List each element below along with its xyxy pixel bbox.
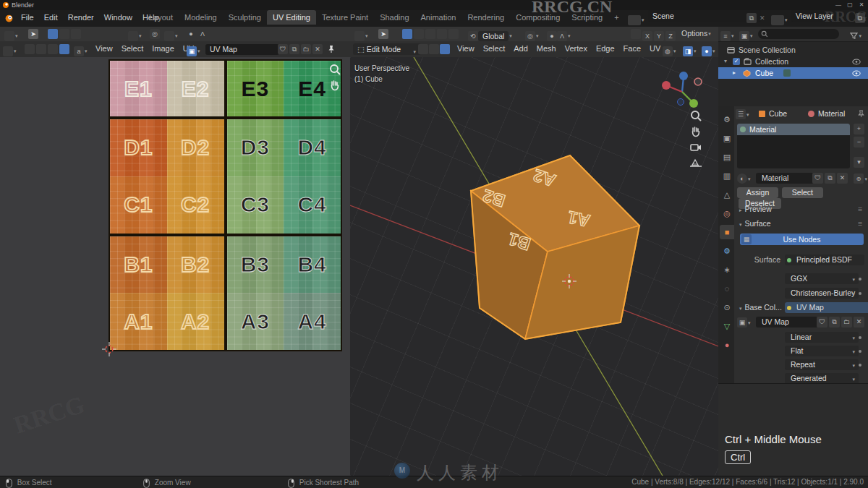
fake-user-shield-icon[interactable]: 🛡	[812, 173, 823, 184]
uv-island-3[interactable]: D3D4C3C4	[226, 118, 343, 235]
uv-image-unlink-icon[interactable]: ✕	[312, 44, 323, 54]
vp-cursor-tool-button[interactable]: ➤	[378, 29, 388, 39]
uv-sticky-dropdown[interactable]: a▾	[74, 44, 88, 57]
preview-panel-header[interactable]: ▸ Preview≡	[739, 205, 865, 214]
distribution-dropdown[interactable]: GGX▾	[785, 273, 859, 284]
workspace-tab-modeling[interactable]: Modeling	[179, 10, 223, 25]
material-slot-list[interactable]: Material	[737, 124, 850, 168]
uv-pan-hand-icon[interactable]	[328, 79, 341, 92]
outliner-row-cube[interactable]: ▸ Cube	[718, 67, 868, 79]
image-unlink-icon[interactable]: ✕	[854, 317, 864, 328]
subsurface-method-dropdown[interactable]: Christensen-Burley▾	[785, 288, 859, 299]
menu-edit[interactable]: Edit	[39, 10, 63, 25]
uv-image-open-folder-icon[interactable]: 🗀	[301, 44, 311, 54]
uv-cell-b1[interactable]: B1	[110, 236, 167, 294]
uv-island-0[interactable]: E1E2	[109, 59, 226, 118]
keyframe-dot[interactable]	[859, 336, 861, 339]
blender-logo-icon[interactable]	[4, 14, 14, 23]
base-color-label[interactable]: ▾ Base Col...	[739, 303, 782, 312]
surface-shader-button[interactable]: Principled BSDF	[785, 254, 864, 265]
extension-dropdown[interactable]: Repeat▾	[785, 359, 859, 370]
vp-menu-add[interactable]: Add	[509, 42, 532, 55]
uv-cell-b2[interactable]: B2	[167, 236, 224, 294]
scene-icon[interactable]: ▾	[628, 13, 645, 26]
vp-select-lasso-icon[interactable]	[425, 29, 435, 39]
properties-tab-object[interactable]: ■	[720, 225, 734, 239]
uv-cell-a1[interactable]: A1	[110, 293, 167, 350]
properties-tab-constraints[interactable]: ⊙	[720, 300, 734, 314]
vp-mirror-icon[interactable]	[631, 29, 641, 39]
vp-options-dropdown[interactable]: Options▾	[681, 29, 712, 38]
workspace-tab-layout[interactable]: Layout	[143, 10, 179, 25]
uv-select-box-icon[interactable]	[48, 29, 58, 39]
uv-cell-d3[interactable]: D3	[227, 119, 284, 176]
uv-island-4[interactable]: B1B2A1A2	[109, 235, 226, 352]
scene-selector[interactable]: Scene	[648, 10, 761, 22]
gizmo-z-neg-axis[interactable]	[678, 99, 684, 106]
vp-mode-dropdown[interactable]: ⬚ Edit Mode▾	[353, 43, 421, 55]
menu-window[interactable]: Window	[99, 10, 137, 25]
keyframe-dot[interactable]	[859, 364, 861, 367]
node-tree-dropdown[interactable]: 🜨▾	[854, 173, 868, 184]
vp-orientation-dropdown[interactable]: ⟲Global▾	[468, 29, 513, 42]
workspace-tab-uv-editing[interactable]: UV Editing	[267, 10, 316, 25]
mirror-x-toggle[interactable]: X	[642, 31, 652, 41]
vp-shading-dropdown[interactable]: ●▾	[702, 44, 716, 57]
uv-island-1[interactable]: E3E4	[226, 59, 343, 118]
uv-active-tool-icon[interactable]: ▾	[4, 29, 19, 42]
uv-island-5[interactable]: B3B4A3A4	[226, 235, 343, 352]
workspace-tab-shading[interactable]: Shading	[374, 10, 414, 25]
vp-menu-mesh[interactable]: Mesh	[532, 42, 561, 55]
uv-proportional-falloff-icon[interactable]: Λ	[197, 29, 208, 39]
mirror-z-toggle[interactable]: Z	[665, 31, 676, 41]
uv-snap-dropdown[interactable]: ▾	[164, 29, 179, 42]
view-layer-icon[interactable]: ▾	[771, 13, 788, 26]
nav-gizmo[interactable]	[659, 66, 705, 112]
image-name-field[interactable]: UV Map	[756, 317, 818, 328]
uv-cell-a2[interactable]: A2	[167, 293, 224, 350]
assign-button[interactable]: Assign	[737, 187, 778, 198]
menu-file[interactable]: File	[16, 10, 39, 25]
gizmo-y-axis[interactable]	[689, 99, 698, 108]
workspace-tab-texture-paint[interactable]: Texture Paint	[316, 10, 374, 25]
menu-render[interactable]: Render	[63, 10, 99, 25]
unlink-scene-icon[interactable]: ✕	[760, 14, 765, 22]
uv-select-lasso-icon[interactable]	[71, 29, 81, 39]
remove-slot-button[interactable]: −	[854, 137, 864, 147]
vp-edge-mode-icon[interactable]	[429, 44, 439, 54]
use-nodes-button[interactable]: ▦ Use Nodes	[740, 234, 864, 245]
close-button[interactable]: ✕	[856, 1, 867, 9]
uv-snap-icon[interactable]: ◎	[150, 29, 160, 39]
maximize-button[interactable]: ▢	[845, 1, 855, 9]
collection-checkbox[interactable]: ✓	[733, 58, 740, 65]
base-color-texture-chip[interactable]: UV Map	[785, 302, 868, 313]
gizmo-x-neg-axis[interactable]	[694, 78, 702, 85]
uv-island-2[interactable]: D1D2C1C2	[109, 118, 226, 235]
vp-menu-view[interactable]: View	[453, 42, 479, 55]
uv-select-mode-vertex-icon[interactable]	[25, 44, 35, 54]
uv-select-mode-edge-icon[interactable]	[36, 44, 46, 54]
vp-face-mode-icon[interactable]	[440, 44, 450, 54]
keyframe-dot[interactable]	[859, 350, 861, 353]
view-layer-selector[interactable]: View Layer	[791, 10, 858, 22]
image-folder-icon[interactable]: 🗀	[841, 317, 852, 328]
vp-measure-icon[interactable]	[448, 29, 459, 39]
vp-zoom-icon[interactable]	[689, 109, 702, 122]
properties-tab-modifiers[interactable]: ⚙	[720, 244, 734, 258]
outliner-display-mode-dropdown[interactable]: ≡▾	[720, 29, 735, 42]
workspace-tab-sculpting[interactable]: Sculpting	[223, 10, 267, 25]
uv-menu-select[interactable]: Select	[117, 42, 148, 55]
surface-panel-header[interactable]: ▾ Surface≡	[739, 219, 865, 228]
material-name-field[interactable]: Material	[756, 173, 814, 184]
properties-tab-material[interactable]: ●	[720, 338, 734, 352]
uv-cell-e2[interactable]: E2	[167, 61, 224, 116]
vp-menu-vertex[interactable]: Vertex	[561, 42, 592, 55]
vp-select-box-icon[interactable]	[402, 29, 412, 39]
expand-arrow-icon[interactable]: ▸	[733, 67, 736, 79]
uv-pin-icon[interactable]	[327, 45, 336, 53]
vp-pan-hand-icon[interactable]	[689, 125, 702, 138]
properties-tab-scene[interactable]: △	[720, 187, 734, 202]
vp-menu-face[interactable]: Face	[619, 42, 645, 55]
image-browse-dropdown[interactable]: ▣▾	[737, 317, 752, 328]
uv-cell-d2[interactable]: D2	[167, 119, 224, 176]
